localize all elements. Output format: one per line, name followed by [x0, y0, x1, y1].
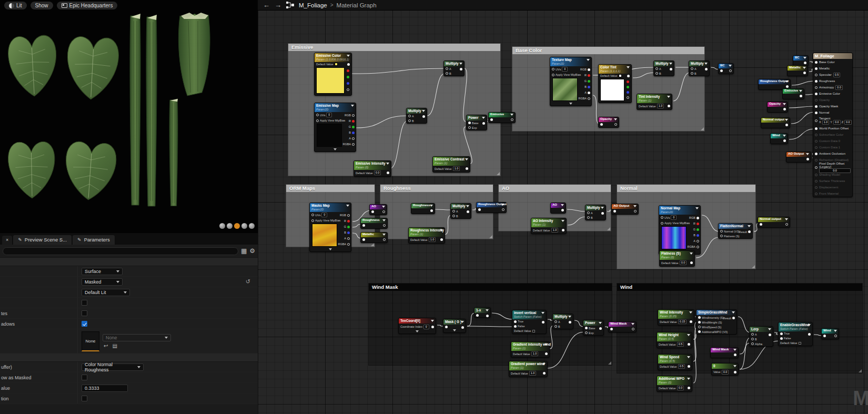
- node-one-minus-x[interactable]: 1-x: [474, 307, 491, 318]
- output-pin[interactable]: [634, 210, 637, 213]
- collapse-chevron-icon[interactable]: [806, 153, 809, 155]
- output-pin[interactable]: [431, 326, 434, 328]
- node-wind-mask-decl[interactable]: Wind Mask: [608, 321, 637, 332]
- bc-use-header[interactable]: BC: [793, 56, 808, 60]
- rgba-pin[interactable]: [588, 97, 590, 100]
- node-normal-output-decl[interactable]: Normal output: [758, 217, 790, 228]
- input-pin[interactable]: [823, 335, 826, 337]
- additional-wpo-header[interactable]: Additional WPOParam (0): [657, 376, 692, 385]
- Displacement-pin[interactable]: [815, 186, 817, 189]
- rgb-pin[interactable]: [352, 114, 355, 117]
- simple-grass-wind-header[interactable]: SimpleGrassWind: [697, 310, 736, 315]
- collapse-chevron-icon[interactable]: [695, 207, 699, 209]
- b-pin[interactable]: [627, 91, 629, 94]
- default-value-box[interactable]: 1.0: [657, 104, 664, 108]
- output-pin[interactable]: [383, 238, 386, 241]
- collapse-chevron-icon[interactable]: [422, 110, 425, 112]
- output-pin[interactable]: [466, 167, 468, 170]
- node-emissive-contrast[interactable]: Emissive ContrastParam (1)Default Value1…: [432, 156, 470, 173]
- Shading Model-pin[interactable]: [815, 174, 817, 176]
- Opacity-pin[interactable]: [815, 99, 817, 102]
- collapse-chevron-icon[interactable]: [704, 63, 708, 65]
- collapse-chevron-icon[interactable]: [482, 117, 485, 119]
- ao-output-use-header[interactable]: AO Output: [786, 152, 811, 157]
- collapse-chevron-icon[interactable]: [542, 363, 546, 365]
- r-pin[interactable]: [347, 69, 349, 72]
- mipbias-pin[interactable]: [316, 119, 319, 122]
- a-pin[interactable]: [627, 96, 629, 99]
- node-wind-intensity[interactable]: Wind IntensityParam (0.15)Default Value0…: [658, 309, 694, 326]
- power-w-header[interactable]: Power: [583, 320, 603, 326]
- property-checkbox[interactable]: [82, 300, 87, 306]
- output-pin[interactable]: [803, 72, 806, 74]
- input-pin[interactable]: [610, 328, 613, 330]
- normal-output-use-header[interactable]: Normal output: [761, 118, 790, 123]
- collapse-chevron-icon[interactable]: [803, 57, 806, 59]
- Alpha-pin[interactable]: [751, 342, 754, 345]
- ao-use-header[interactable]: AO: [551, 203, 566, 208]
- metallic-decl-header[interactable]: Metallic: [361, 233, 387, 237]
- collapse-chevron-icon[interactable]: [785, 80, 789, 83]
- expand-chevron-icon[interactable]: [569, 103, 572, 105]
- output-pin[interactable]: [382, 210, 385, 213]
- property-dropdown[interactable]: Masked: [82, 278, 123, 286]
- A-pin[interactable]: [446, 67, 448, 70]
- node-roughness-intensity[interactable]: Roughness IntensityParam (1)Default Valu…: [408, 227, 445, 244]
- output-pin[interactable]: [502, 208, 504, 211]
- Flatness (S)-pin[interactable]: [720, 235, 723, 237]
- node-gradient-intensity-wind[interactable]: Gradient intensity windParam (1)Default …: [511, 341, 550, 358]
- node-metallic-use[interactable]: Metallic: [787, 65, 808, 76]
- Base Color-pin[interactable]: [815, 61, 817, 64]
- breadcrumb-asset[interactable]: M_Foliage: [299, 2, 327, 8]
- A-pin[interactable]: [554, 320, 557, 323]
- node-ao-use[interactable]: AO: [550, 203, 566, 214]
- output-pin[interactable]: [347, 63, 350, 66]
- node-metallic-decl[interactable]: Metallic: [360, 232, 388, 243]
- node-wind-decl[interactable]: Wind: [821, 328, 839, 339]
- node-simple-grass-wind[interactable]: SimpleGrassWindWindIntensity (S)WindWeig…: [696, 309, 737, 335]
- r-pin[interactable]: [352, 120, 355, 123]
- search-input[interactable]: [3, 247, 238, 255]
- color-swatch[interactable]: [619, 74, 622, 77]
- Tangent-pin[interactable]: [815, 119, 817, 122]
- B-pin[interactable]: [554, 325, 557, 328]
- node-normal-map[interactable]: Normal MapParam2DUVs0Apply View MipBiasR…: [659, 205, 701, 255]
- gear-icon[interactable]: ⚙: [249, 248, 255, 254]
- expand-chevron-icon[interactable]: [334, 148, 337, 150]
- property-dropdown[interactable]: Default Lit: [82, 289, 130, 296]
- collapse-chevron-icon[interactable]: [733, 365, 736, 367]
- default-value-box[interactable]: 0.5: [678, 364, 685, 369]
- node-multiply-a[interactable]: MultiplyAB: [585, 205, 606, 220]
- roughness-use-header[interactable]: Roughness: [411, 204, 435, 208]
- a-pin[interactable]: [588, 92, 590, 94]
- mask-g-header[interactable]: Mask ( G ): [443, 319, 466, 325]
- B-pin[interactable]: [408, 119, 411, 122]
- texture-map-header[interactable]: Texture MapParam2D: [550, 57, 591, 66]
- node-invert-vertical[interactable]: invert verticalSwitch Param (False)TrueF…: [512, 310, 547, 334]
- input-pin[interactable]: [362, 224, 365, 227]
- collapse-chevron-icon[interactable]: [834, 330, 837, 332]
- roughness-output-decl-header[interactable]: Roughness Output: [477, 203, 506, 207]
- rgb-pin[interactable]: [347, 214, 350, 217]
- AdditionalWPO (V3)-pin[interactable]: [698, 330, 701, 333]
- input-pin[interactable]: [362, 238, 365, 241]
- node-emissive-map[interactable]: Emissive MapParam2DUVs0Apply View MipBia…: [314, 103, 356, 152]
- power-e-header[interactable]: Power: [467, 115, 487, 120]
- collapse-chevron-icon[interactable]: [729, 65, 732, 67]
- Pixel Depth Offset (Legacy)-pin[interactable]: [815, 166, 817, 169]
- color-swatch[interactable]: [335, 63, 338, 66]
- input-pin[interactable]: [720, 69, 723, 72]
- rgba-pin[interactable]: [347, 243, 350, 246]
- output-pin[interactable]: [440, 238, 443, 241]
- Custom Data 1-pin[interactable]: [815, 146, 817, 149]
- collapse-chevron-icon[interactable]: [599, 322, 602, 324]
- a-pin[interactable]: [352, 137, 355, 140]
- Custom Data 0-pin[interactable]: [815, 140, 817, 143]
- collapse-chevron-icon[interactable]: [431, 320, 434, 322]
- node-masks-map[interactable]: Masks MapParam2DUVs0Apply View MipBiasRG…: [309, 203, 351, 252]
- collapse-chevron-icon[interactable]: [687, 356, 690, 358]
- g-pin[interactable]: [588, 80, 590, 83]
- wind-mask-decl-header[interactable]: Wind Mask: [609, 322, 636, 327]
- bc-decl-header[interactable]: BC: [719, 64, 733, 68]
- in-pin[interactable]: [476, 314, 479, 317]
